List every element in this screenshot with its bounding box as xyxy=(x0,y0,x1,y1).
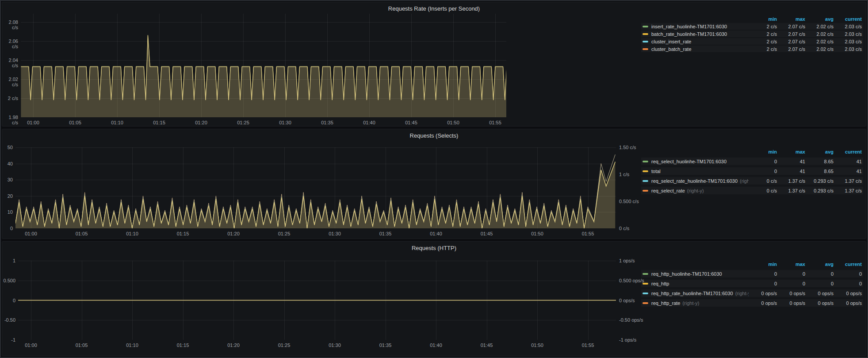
legend-row: req_select_rate(right-y)0 c/s1.37 c/s0.2… xyxy=(641,187,863,194)
legend-value-min: 0 xyxy=(749,281,777,286)
legend-value-current: 0 ops/s xyxy=(834,291,862,296)
legend-row: cluster_insert_rate2 c/s2.07 c/s2.02 c/s… xyxy=(641,38,863,45)
y-axis-left-label: 0 xyxy=(2,226,13,231)
legend-header-max[interactable]: max xyxy=(777,16,805,22)
legend-value-current: 2.03 c/s xyxy=(834,46,862,52)
series-color-swatch xyxy=(642,302,648,304)
legend-series-axis-suffix: (right-y) xyxy=(687,188,704,193)
legend-series-toggle[interactable]: cluster_insert_rate xyxy=(642,39,749,44)
x-axis-label: 01:55 xyxy=(575,231,601,236)
legend-series-toggle[interactable]: cluster_batch_rate xyxy=(642,46,749,52)
legend-series-name: req_http xyxy=(651,281,669,286)
legend-series-name: insert_rate_huolinhe-TM1701:6030 xyxy=(651,24,727,29)
series-color-swatch xyxy=(642,283,648,285)
y-axis-left-label: 2 c/s xyxy=(2,96,18,101)
legend-series-toggle[interactable]: req_select_rate(right-y) xyxy=(642,188,749,193)
time-series-plot[interactable] xyxy=(15,147,616,228)
legend-row: insert_rate_huolinhe-TM1701:60302 c/s2.0… xyxy=(641,23,863,30)
legend-series-toggle[interactable]: batch_rate_huolinhe-TM1701:6030 xyxy=(642,31,749,37)
legend-row: req_http_rate_huolinhe-TM1701:6030(right… xyxy=(641,289,863,297)
legend-value-avg: 8.65 xyxy=(805,169,834,174)
x-axis-label: 01:45 xyxy=(398,120,424,125)
y-axis-right-label: -1 ops/s xyxy=(619,337,650,343)
x-axis-label: 01:45 xyxy=(474,343,500,348)
y-axis-left-label: 1 xyxy=(2,258,15,263)
legend: minmaxavgcurrentreq_http_huolinhe-TM1701… xyxy=(641,260,863,309)
legend-row: req_select_rate_huolinhe-TM1701:6030(rig… xyxy=(641,177,863,185)
x-axis-label: 01:10 xyxy=(119,343,145,348)
legend: minmaxavgcurrentreq_select_huolinhe-TM17… xyxy=(641,148,863,196)
y-axis-left-label: 2.02 c/s xyxy=(2,77,18,87)
legend-series-toggle[interactable]: req_http xyxy=(642,281,749,286)
x-axis-label: 01:05 xyxy=(69,231,95,236)
x-axis-label: 01:10 xyxy=(104,120,130,125)
x-axis-label: 01:35 xyxy=(314,120,340,125)
legend-header-min[interactable]: min xyxy=(749,16,777,22)
legend-value-current: 41 xyxy=(834,169,862,174)
x-axis-label: 01:25 xyxy=(271,343,298,348)
time-series-plot[interactable] xyxy=(21,14,506,117)
legend-header-max[interactable]: max xyxy=(777,149,805,154)
legend-series-toggle[interactable]: req_select_huolinhe-TM1701:6030 xyxy=(642,159,749,164)
x-axis-label: 01:15 xyxy=(170,231,196,236)
legend-row: cluster_batch_rate2 c/s2.07 c/s2.02 c/s2… xyxy=(641,46,863,52)
legend-row: total0418.6541 xyxy=(641,167,863,175)
legend-series-name: req_select_huolinhe-TM1701:6030 xyxy=(651,159,727,164)
series-color-swatch xyxy=(642,33,648,35)
legend-header-current[interactable]: current xyxy=(834,149,862,154)
legend-series-toggle[interactable]: total xyxy=(642,169,749,174)
legend-value-current: 0 ops/s xyxy=(834,300,862,306)
legend-value-min: 0 xyxy=(749,159,777,164)
x-axis-label: 01:15 xyxy=(146,120,172,125)
legend-value-max: 2.07 c/s xyxy=(777,46,805,52)
legend-header-current[interactable]: current xyxy=(834,262,862,267)
y-axis-left-label: 0 xyxy=(2,298,15,303)
legend-value-max: 41 xyxy=(777,169,805,174)
x-axis-label: 01:35 xyxy=(372,231,399,236)
legend-value-max: 1.37 c/s xyxy=(777,188,805,193)
legend-header-avg[interactable]: avg xyxy=(805,16,834,22)
time-series-plot[interactable] xyxy=(18,261,616,340)
x-axis-label: 01:40 xyxy=(423,231,449,236)
x-axis-label: 01:30 xyxy=(272,120,298,125)
series-color-swatch xyxy=(642,41,648,42)
x-axis-label: 01:45 xyxy=(474,231,500,236)
legend-header-avg[interactable]: avg xyxy=(805,262,834,267)
legend-value-avg: 0.293 c/s xyxy=(805,188,834,193)
legend-series-toggle[interactable]: req_http_rate_huolinhe-TM1701:6030(right… xyxy=(642,291,749,296)
legend-value-avg: 2.02 c/s xyxy=(805,39,834,44)
legend-header-max[interactable]: max xyxy=(777,262,805,267)
legend-series-toggle[interactable]: req_select_rate_huolinhe-TM1701:6030(rig… xyxy=(642,178,749,184)
legend-value-current: 2.03 c/s xyxy=(834,39,862,44)
x-axis-label: 01:30 xyxy=(321,231,348,236)
series-area-fill xyxy=(21,35,506,117)
series-color-swatch xyxy=(642,161,648,162)
legend-header-min[interactable]: min xyxy=(749,262,777,267)
legend-value-min: 2 c/s xyxy=(749,46,777,52)
legend-series-toggle[interactable]: insert_rate_huolinhe-TM1701:6030 xyxy=(642,24,749,29)
legend-value-min: 0 xyxy=(749,169,777,174)
series-area-fill xyxy=(15,162,615,228)
series-color-swatch xyxy=(642,26,648,27)
y-axis-right-label: -0.50 ops/s xyxy=(619,317,650,323)
legend-series-toggle[interactable]: req_http_rate(right-y) xyxy=(642,300,749,306)
legend-series-name: total xyxy=(651,169,661,174)
legend-header-current[interactable]: current xyxy=(834,16,862,22)
legend-value-current: 41 xyxy=(834,159,862,164)
legend-value-min: 0 ops/s xyxy=(749,300,777,306)
x-axis-label: 01:05 xyxy=(62,120,88,125)
legend-row: req_http_huolinhe-TM1701:60300000 xyxy=(641,270,863,277)
legend-header-min[interactable]: min xyxy=(749,149,777,154)
legend-series-toggle[interactable]: req_http_huolinhe-TM1701:6030 xyxy=(642,271,749,277)
legend-value-max: 0 xyxy=(777,271,805,277)
legend-value-current: 2.03 c/s xyxy=(834,31,862,37)
x-axis-label: 01:50 xyxy=(524,231,551,236)
x-axis-label: 01:25 xyxy=(271,231,298,236)
legend-header-avg[interactable]: avg xyxy=(805,149,834,154)
y-axis-left-label: 2.08 c/s xyxy=(2,19,18,30)
series-color-swatch xyxy=(642,180,648,182)
x-axis-label: 01:15 xyxy=(170,343,196,348)
x-axis-label: 01:25 xyxy=(230,120,256,125)
legend-value-current: 0 xyxy=(834,271,862,277)
x-axis-label: 01:00 xyxy=(20,120,46,125)
